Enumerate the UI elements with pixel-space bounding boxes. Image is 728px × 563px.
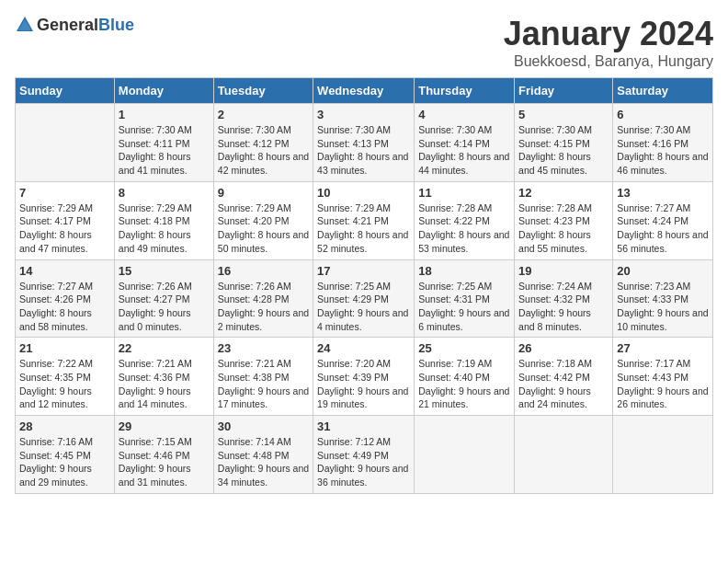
day-info: Sunrise: 7:24 AMSunset: 4:32 PMDaylight:… <box>518 280 609 334</box>
day-info: Sunrise: 7:21 AMSunset: 4:38 PMDaylight:… <box>218 357 309 411</box>
calendar-cell: 27Sunrise: 7:17 AMSunset: 4:43 PMDayligh… <box>613 338 713 416</box>
day-number: 5 <box>518 108 609 121</box>
day-number: 18 <box>418 264 510 278</box>
calendar-table: SundayMondayTuesdayWednesdayThursdayFrid… <box>15 77 713 494</box>
day-info: Sunrise: 7:30 AMSunset: 4:16 PMDaylight:… <box>617 123 709 178</box>
weekday-header-row: SundayMondayTuesdayWednesdayThursdayFrid… <box>16 78 713 104</box>
location-subtitle: Buekkoesd, Baranya, Hungary <box>504 53 713 70</box>
day-number: 31 <box>317 419 410 433</box>
calendar-cell: 5Sunrise: 7:30 AMSunset: 4:15 PMDaylight… <box>515 104 613 182</box>
calendar-cell: 19Sunrise: 7:24 AMSunset: 4:32 PMDayligh… <box>515 259 613 338</box>
calendar-cell: 24Sunrise: 7:20 AMSunset: 4:39 PMDayligh… <box>313 338 415 416</box>
calendar-cell: 11Sunrise: 7:28 AMSunset: 4:22 PMDayligh… <box>415 181 515 259</box>
day-number: 26 <box>518 341 609 355</box>
calendar-cell: 4Sunrise: 7:30 AMSunset: 4:14 PMDaylight… <box>415 104 515 182</box>
day-info: Sunrise: 7:30 AMSunset: 4:11 PMDaylight:… <box>119 123 210 178</box>
day-number: 29 <box>119 419 210 433</box>
day-number: 12 <box>518 186 609 200</box>
calendar-cell: 30Sunrise: 7:14 AMSunset: 4:48 PMDayligh… <box>213 416 313 494</box>
day-number: 10 <box>317 186 410 200</box>
logo-icon <box>15 15 35 35</box>
calendar-cell: 10Sunrise: 7:29 AMSunset: 4:21 PMDayligh… <box>313 181 415 259</box>
day-info: Sunrise: 7:19 AMSunset: 4:40 PMDaylight:… <box>418 357 510 411</box>
day-number: 4 <box>418 108 510 121</box>
calendar-cell: 21Sunrise: 7:22 AMSunset: 4:35 PMDayligh… <box>16 338 115 416</box>
calendar-cell: 14Sunrise: 7:27 AMSunset: 4:26 PMDayligh… <box>16 259 115 338</box>
calendar-cell <box>515 416 613 494</box>
day-info: Sunrise: 7:30 AMSunset: 4:15 PMDaylight:… <box>518 123 609 178</box>
week-row-3: 14Sunrise: 7:27 AMSunset: 4:26 PMDayligh… <box>16 259 713 338</box>
day-number: 28 <box>19 419 110 433</box>
title-area: January 2024 Buekkoesd, Baranya, Hungary <box>504 15 713 70</box>
day-number: 27 <box>617 341 709 355</box>
day-number: 21 <box>19 341 110 355</box>
day-number: 15 <box>119 264 210 278</box>
calendar-cell <box>613 416 713 494</box>
day-number: 8 <box>119 186 210 200</box>
calendar-cell: 20Sunrise: 7:23 AMSunset: 4:33 PMDayligh… <box>613 259 713 338</box>
day-info: Sunrise: 7:18 AMSunset: 4:42 PMDaylight:… <box>518 357 609 411</box>
day-number: 9 <box>218 186 309 200</box>
day-info: Sunrise: 7:29 AMSunset: 4:17 PMDaylight:… <box>19 201 110 256</box>
calendar-cell: 16Sunrise: 7:26 AMSunset: 4:28 PMDayligh… <box>213 259 313 338</box>
day-info: Sunrise: 7:29 AMSunset: 4:18 PMDaylight:… <box>119 201 210 256</box>
calendar-cell: 1Sunrise: 7:30 AMSunset: 4:11 PMDaylight… <box>114 104 213 182</box>
day-number: 2 <box>218 108 309 121</box>
day-info: Sunrise: 7:14 AMSunset: 4:48 PMDaylight:… <box>218 435 309 489</box>
day-info: Sunrise: 7:30 AMSunset: 4:12 PMDaylight:… <box>218 123 309 178</box>
weekday-header-wednesday: Wednesday <box>313 78 415 104</box>
day-number: 20 <box>617 264 709 278</box>
month-title: January 2024 <box>504 15 713 53</box>
day-info: Sunrise: 7:28 AMSunset: 4:22 PMDaylight:… <box>418 201 510 256</box>
day-info: Sunrise: 7:29 AMSunset: 4:21 PMDaylight:… <box>317 201 410 256</box>
day-info: Sunrise: 7:27 AMSunset: 4:26 PMDaylight:… <box>19 280 110 334</box>
day-number: 23 <box>218 341 309 355</box>
day-number: 24 <box>317 341 410 355</box>
calendar-cell: 17Sunrise: 7:25 AMSunset: 4:29 PMDayligh… <box>313 259 415 338</box>
weekday-header-sunday: Sunday <box>16 78 115 104</box>
day-info: Sunrise: 7:17 AMSunset: 4:43 PMDaylight:… <box>617 357 709 411</box>
calendar-cell: 6Sunrise: 7:30 AMSunset: 4:16 PMDaylight… <box>613 104 713 182</box>
calendar-cell <box>415 416 515 494</box>
week-row-2: 7Sunrise: 7:29 AMSunset: 4:17 PMDaylight… <box>16 181 713 259</box>
day-number: 13 <box>617 186 709 200</box>
day-info: Sunrise: 7:30 AMSunset: 4:14 PMDaylight:… <box>418 123 510 178</box>
weekday-header-tuesday: Tuesday <box>213 78 313 104</box>
day-number: 25 <box>418 341 510 355</box>
weekday-header-friday: Friday <box>515 78 613 104</box>
day-info: Sunrise: 7:25 AMSunset: 4:31 PMDaylight:… <box>418 280 510 334</box>
calendar-cell: 23Sunrise: 7:21 AMSunset: 4:38 PMDayligh… <box>213 338 313 416</box>
calendar-cell: 13Sunrise: 7:27 AMSunset: 4:24 PMDayligh… <box>613 181 713 259</box>
calendar-cell: 12Sunrise: 7:28 AMSunset: 4:23 PMDayligh… <box>515 181 613 259</box>
week-row-4: 21Sunrise: 7:22 AMSunset: 4:35 PMDayligh… <box>16 338 713 416</box>
logo-text-blue: Blue <box>98 16 134 34</box>
weekday-header-monday: Monday <box>114 78 213 104</box>
calendar-cell: 31Sunrise: 7:12 AMSunset: 4:49 PMDayligh… <box>313 416 415 494</box>
day-info: Sunrise: 7:26 AMSunset: 4:28 PMDaylight:… <box>218 280 309 334</box>
calendar-cell: 22Sunrise: 7:21 AMSunset: 4:36 PMDayligh… <box>114 338 213 416</box>
day-info: Sunrise: 7:12 AMSunset: 4:49 PMDaylight:… <box>317 435 410 489</box>
week-row-5: 28Sunrise: 7:16 AMSunset: 4:45 PMDayligh… <box>16 416 713 494</box>
logo: GeneralBlue <box>15 15 134 35</box>
day-number: 1 <box>119 108 210 121</box>
weekday-header-thursday: Thursday <box>415 78 515 104</box>
day-number: 17 <box>317 264 410 278</box>
page-header: GeneralBlue January 2024 Buekkoesd, Bara… <box>15 15 713 70</box>
calendar-cell: 28Sunrise: 7:16 AMSunset: 4:45 PMDayligh… <box>16 416 115 494</box>
day-info: Sunrise: 7:16 AMSunset: 4:45 PMDaylight:… <box>19 435 110 489</box>
calendar-cell: 18Sunrise: 7:25 AMSunset: 4:31 PMDayligh… <box>415 259 515 338</box>
day-info: Sunrise: 7:23 AMSunset: 4:33 PMDaylight:… <box>617 280 709 334</box>
day-number: 7 <box>19 186 110 200</box>
day-info: Sunrise: 7:21 AMSunset: 4:36 PMDaylight:… <box>119 357 210 411</box>
weekday-header-saturday: Saturday <box>613 78 713 104</box>
calendar-cell: 15Sunrise: 7:26 AMSunset: 4:27 PMDayligh… <box>114 259 213 338</box>
day-number: 16 <box>218 264 309 278</box>
calendar-cell: 9Sunrise: 7:29 AMSunset: 4:20 PMDaylight… <box>213 181 313 259</box>
day-info: Sunrise: 7:15 AMSunset: 4:46 PMDaylight:… <box>119 435 210 489</box>
calendar-cell: 29Sunrise: 7:15 AMSunset: 4:46 PMDayligh… <box>114 416 213 494</box>
day-number: 14 <box>19 264 110 278</box>
day-info: Sunrise: 7:22 AMSunset: 4:35 PMDaylight:… <box>19 357 110 411</box>
day-number: 6 <box>617 108 709 121</box>
day-info: Sunrise: 7:30 AMSunset: 4:13 PMDaylight:… <box>317 123 410 178</box>
day-number: 30 <box>218 419 309 433</box>
